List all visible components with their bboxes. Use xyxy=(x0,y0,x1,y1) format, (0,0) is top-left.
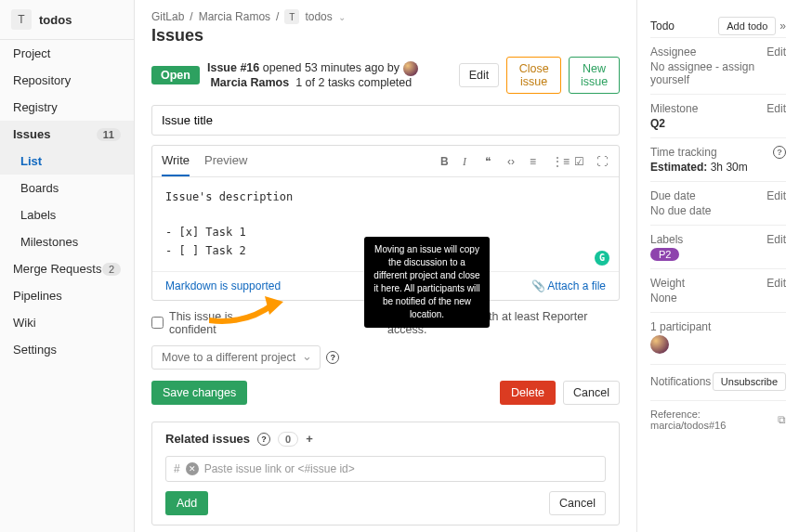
breadcrumb: GitLab / Marcia Ramos / T todos ⌄ xyxy=(151,9,620,24)
add-related-icon[interactable]: + xyxy=(306,432,313,446)
sidebar-item-registry[interactable]: Registry xyxy=(0,94,134,121)
pointer-arrow xyxy=(209,292,283,330)
issue-number: Issue #16 xyxy=(207,61,259,74)
sidebar-item-issues[interactable]: Issues11 xyxy=(0,121,134,148)
task-list-icon[interactable]: ☑ xyxy=(574,155,587,168)
participants-label: 1 participant xyxy=(650,320,711,333)
confidential-checkbox[interactable] xyxy=(151,317,164,329)
related-issue-input[interactable]: # ✕ Paste issue link or <#issue id> xyxy=(165,456,606,482)
edit-milestone[interactable]: Edit xyxy=(766,102,786,115)
unsubscribe-button[interactable]: Unsubscribe xyxy=(713,372,786,391)
svg-marker-0 xyxy=(265,296,283,315)
estimated-label: Estimated: xyxy=(650,161,707,174)
grammarly-icon[interactable]: G xyxy=(595,251,609,266)
badge: 2 xyxy=(102,263,121,276)
edit-labels[interactable]: Edit xyxy=(766,233,786,246)
main-content: GitLab / Marcia Ramos / T todos ⌄ Issues… xyxy=(135,0,636,532)
breadcrumb-user[interactable]: Marcia Ramos xyxy=(199,10,270,23)
sidebar-item-project[interactable]: Project xyxy=(0,40,134,67)
delete-button[interactable]: Delete xyxy=(500,381,556,405)
chevron-down-icon[interactable]: ⌄ xyxy=(338,12,346,22)
due-date-value: No due date xyxy=(650,204,786,217)
copy-icon[interactable]: ⧉ xyxy=(778,413,786,426)
move-tooltip: Moving an issue will copy the discussion… xyxy=(364,237,490,328)
help-icon[interactable]: ? xyxy=(326,351,339,364)
clear-icon[interactable]: ✕ xyxy=(186,462,199,475)
label-p2[interactable]: P2 xyxy=(650,248,679,261)
markdown-help-link[interactable]: Markdown is supported xyxy=(165,279,281,292)
reference-text: Reference: marcia/todos#16 xyxy=(650,409,778,431)
issue-title-input[interactable] xyxy=(151,105,620,136)
help-icon[interactable]: ? xyxy=(773,146,786,159)
milestone-label: Milestone xyxy=(650,102,698,115)
sidebar-item-repository[interactable]: Repository xyxy=(0,67,134,94)
sidebar-item-settings[interactable]: Settings xyxy=(0,336,134,363)
estimated-value: 3h 30m xyxy=(707,161,747,174)
author-name[interactable]: Marcia Ramos xyxy=(210,76,289,89)
todo-label: Todo xyxy=(650,19,675,32)
sidebar-item-wiki[interactable]: Wiki xyxy=(0,309,134,336)
opened-text: opened 53 minutes ago by xyxy=(259,61,402,74)
sidebar-sub-milestones[interactable]: Milestones xyxy=(0,228,134,255)
attach-file-link[interactable]: 📎 Attach a file xyxy=(531,279,606,292)
issue-status-row: Open Issue #16 opened 53 minutes ago by … xyxy=(151,57,620,94)
sidebar-item-pipelines[interactable]: Pipelines xyxy=(0,282,134,309)
bold-icon[interactable]: B xyxy=(440,155,453,168)
milestone-value[interactable]: Q2 xyxy=(650,117,786,130)
related-issues-title: Related issues xyxy=(165,432,250,446)
sidebar-item-merge-requests[interactable]: Merge Requests2 xyxy=(0,255,134,282)
close-issue-button[interactable]: Close issue xyxy=(506,57,561,94)
tasks-complete: 1 of 2 tasks completed xyxy=(295,76,412,89)
project-name: todos xyxy=(39,13,72,27)
time-tracking-label: Time tracking xyxy=(650,146,717,159)
code-icon[interactable]: ‹› xyxy=(507,155,520,168)
editor-toolbar: B I ❝ ‹› ≡ ⋮≡ ☑ ⛶ xyxy=(440,146,609,176)
weight-value: None xyxy=(650,292,786,305)
related-count-badge: 0 xyxy=(278,432,298,447)
sidebar-sub-labels[interactable]: Labels xyxy=(0,201,134,228)
attach-icon: 📎 xyxy=(531,279,545,292)
list-ol-icon[interactable]: ⋮≡ xyxy=(552,155,565,168)
list-ul-icon[interactable]: ≡ xyxy=(530,155,543,168)
labels-label: Labels xyxy=(650,233,683,246)
quote-icon[interactable]: ❝ xyxy=(485,155,498,168)
breadcrumb-project[interactable]: todos xyxy=(305,10,332,23)
tab-preview[interactable]: Preview xyxy=(204,146,247,176)
move-project-select[interactable]: Move to a different project xyxy=(151,345,321,370)
sidebar-sub-list[interactable]: List xyxy=(0,148,134,175)
edit-assignee[interactable]: Edit xyxy=(766,45,786,58)
sidebar-project-header[interactable]: T todos xyxy=(0,0,134,40)
sidebar-sub-boards[interactable]: Boards xyxy=(0,175,134,201)
page-title: Issues xyxy=(151,26,620,45)
assignee-label: Assignee xyxy=(650,45,696,58)
hash-icon: # xyxy=(174,462,180,475)
sidebar: T todos ProjectRepositoryRegistryIssues1… xyxy=(0,0,135,532)
assignee-value[interactable]: No assignee - assign yourself xyxy=(650,60,786,86)
project-avatar: T xyxy=(11,9,32,30)
author-avatar xyxy=(403,61,418,76)
add-todo-button[interactable]: Add todo xyxy=(718,17,776,35)
cancel-related-button[interactable]: Cancel xyxy=(549,491,606,515)
breadcrumb-root[interactable]: GitLab xyxy=(151,10,184,23)
save-button[interactable]: Save changes xyxy=(151,381,247,405)
tab-write[interactable]: Write xyxy=(162,146,190,176)
edit-button[interactable]: Edit xyxy=(459,63,500,87)
collapse-sidebar-icon[interactable]: » xyxy=(779,19,786,32)
italic-icon[interactable]: I xyxy=(463,155,476,168)
due-date-label: Due date xyxy=(650,189,696,202)
edit-weight[interactable]: Edit xyxy=(766,277,786,290)
notifications-label: Notifications xyxy=(650,375,711,388)
breadcrumb-project-avatar: T xyxy=(284,9,299,24)
status-badge: Open xyxy=(151,66,200,84)
help-icon[interactable]: ? xyxy=(257,433,270,446)
weight-label: Weight xyxy=(650,277,685,290)
related-issues-panel: Related issues ? 0 + # ✕ Paste issue lin… xyxy=(151,422,620,526)
badge: 11 xyxy=(97,128,121,141)
new-issue-button[interactable]: New issue xyxy=(569,57,620,94)
participant-avatar[interactable] xyxy=(650,335,669,354)
fullscreen-icon[interactable]: ⛶ xyxy=(596,155,609,168)
cancel-button[interactable]: Cancel xyxy=(563,381,620,405)
edit-due-date[interactable]: Edit xyxy=(766,189,786,202)
add-related-button[interactable]: Add xyxy=(165,491,208,515)
related-placeholder: Paste issue link or <#issue id> xyxy=(204,462,355,475)
